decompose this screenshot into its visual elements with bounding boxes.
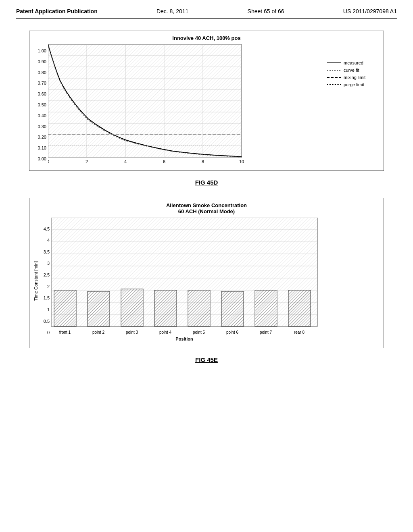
y-tick: 0.00 xyxy=(38,156,46,161)
y-tick: 0.20 xyxy=(38,135,46,139)
patent-number: US 2011/0297098 A1 xyxy=(343,8,397,15)
legend-item-measured: measured xyxy=(327,60,380,65)
chart2-section: Allentown Smoke Concentration 60 ACH (No… xyxy=(29,198,384,348)
y-tick: 1 xyxy=(47,307,50,312)
fig45e-label: FIG 45E xyxy=(16,356,397,363)
y-tick: 0.10 xyxy=(38,145,46,150)
x-tick: 2 xyxy=(86,159,88,164)
bar-point5 xyxy=(188,290,210,326)
sheet-number: Sheet 65 of 66 xyxy=(248,8,284,15)
x-label-point3: point 3 xyxy=(126,330,138,335)
y-tick: 0.50 xyxy=(38,102,46,107)
chart2-wrapper: Time Constant [min] 4.5 4 3.5 3 2.5 2 1.… xyxy=(33,218,380,344)
bar-point6 xyxy=(221,291,244,326)
bar-rear8 xyxy=(288,290,311,326)
bar-point3 xyxy=(121,289,143,326)
x-label-point4: point 4 xyxy=(159,330,171,335)
page-header: Patent Application Publication Dec. 8, 2… xyxy=(16,8,397,19)
x-label-point7: point 7 xyxy=(260,330,272,335)
y-tick: 0.70 xyxy=(38,81,46,85)
y-tick: 3 xyxy=(47,261,50,266)
x-tick: 4 xyxy=(124,159,127,164)
y-tick: 0.5 xyxy=(44,319,50,324)
legend-item-mixing: mixing limit xyxy=(327,75,380,80)
x-tick: 8 xyxy=(202,159,204,164)
y-tick: 3.5 xyxy=(44,249,50,254)
y-tick: 1.5 xyxy=(44,295,50,300)
chart1-legend: measured curve fit mixing limit purge li… xyxy=(327,60,380,89)
chart2-box: Allentown Smoke Concentration 60 ACH (No… xyxy=(29,198,384,348)
y-tick: 0.90 xyxy=(38,59,46,64)
chart1-box: Innovive 40 ACH, 100% pos 1.00 0.90 0.80… xyxy=(29,31,384,171)
bar-point2 xyxy=(88,291,110,326)
legend-label-curvefit: curve fit xyxy=(344,68,359,73)
legend-label-mixing: mixing limit xyxy=(344,75,365,80)
y-tick: 2 xyxy=(47,284,50,289)
chart2-plot: front 1 point 2 point 3 point 4 point 5 … xyxy=(51,218,380,344)
publication-date: Dec. 8, 2011 xyxy=(156,8,188,15)
chart2-svg: front 1 point 2 point 3 point 4 point 5 … xyxy=(51,218,325,343)
legend-item-purge: purge limit xyxy=(327,82,380,87)
y-tick: 0.80 xyxy=(38,70,46,75)
x-tick: 10 xyxy=(239,159,244,164)
legend-line-curvefit xyxy=(327,70,341,71)
chart2-title: Allentown Smoke Concentration 60 ACH (No… xyxy=(33,202,380,214)
y-tick: 2.5 xyxy=(44,272,50,277)
x-label-point2: point 2 xyxy=(92,330,104,335)
y-tick: 1.00 xyxy=(38,48,46,53)
y-tick: 0 xyxy=(47,330,50,335)
x-label-point5: point 5 xyxy=(193,330,205,335)
y-tick: 0.30 xyxy=(38,124,46,129)
chart1-title: Innovive 40 ACH, 100% pos xyxy=(33,35,380,41)
x-label-point6: point 6 xyxy=(226,330,238,335)
legend-line-measured xyxy=(327,62,341,63)
bar-point7 xyxy=(255,290,277,326)
y-axis-label: Time Constant [min] xyxy=(33,261,38,301)
legend-label-measured: measured xyxy=(344,60,363,65)
y-tick: 0.40 xyxy=(38,113,46,118)
y-tick: 0.60 xyxy=(38,91,46,96)
bar-point4 xyxy=(154,290,177,326)
x-label-rear8: rear 8 xyxy=(294,330,305,335)
bar-front1 xyxy=(54,290,76,326)
x-axis-label: Position xyxy=(175,337,193,341)
legend-label-purge: purge limit xyxy=(344,82,364,87)
chart1-section: Innovive 40 ACH, 100% pos 1.00 0.90 0.80… xyxy=(29,31,384,171)
chart1-svg: 0 2 4 6 8 10 xyxy=(48,44,258,165)
x-tick: 6 xyxy=(163,159,165,164)
chart1-wrapper: 1.00 0.90 0.80 0.70 0.60 0.50 0.40 0.30 … xyxy=(33,44,380,166)
fig45d-label: FIG 45D xyxy=(16,179,397,186)
publication-label: Patent Application Publication xyxy=(16,8,98,15)
x-tick: 0 xyxy=(48,159,49,164)
legend-line-mixing xyxy=(327,77,341,78)
y-tick: 4 xyxy=(47,238,50,243)
legend-item-curvefit: curve fit xyxy=(327,68,380,73)
page: Patent Application Publication Dec. 8, 2… xyxy=(0,0,413,532)
y-tick: 4.5 xyxy=(44,227,50,231)
x-label-front1: front 1 xyxy=(59,330,71,335)
legend-line-purge xyxy=(327,84,341,85)
